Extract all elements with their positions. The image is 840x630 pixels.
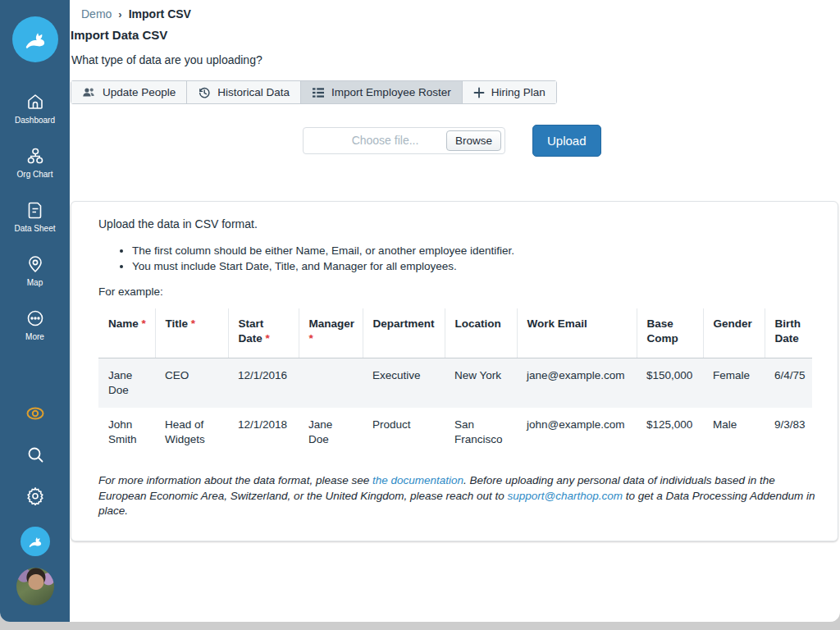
breadcrumb-parent[interactable]: Demo xyxy=(81,7,112,21)
list-item: The first column should be either Name, … xyxy=(132,243,810,258)
tab-historical-data[interactable]: Historical Data xyxy=(187,81,301,103)
table-row: Jane DoeCEO12/1/2016ExecutiveNew Yorkjan… xyxy=(98,358,812,409)
sidebar: Dashboard Org Chart Data Sheet xyxy=(0,0,70,622)
column-header-name: Name * xyxy=(98,308,155,358)
table-cell xyxy=(299,358,363,409)
required-asterisk: * xyxy=(309,332,313,345)
search-button[interactable] xyxy=(25,445,45,468)
user-avatar[interactable] xyxy=(16,568,54,605)
column-header-title: Title * xyxy=(155,308,228,358)
tab-import-employee-roster[interactable]: Import Employee Roster xyxy=(301,81,463,103)
eye-icon xyxy=(25,404,46,423)
documentation-link[interactable]: the documentation xyxy=(372,474,463,486)
table-cell: john@example.com xyxy=(517,408,637,457)
column-header-gender: Gender xyxy=(703,308,765,358)
sidebar-item-label: Org Chart xyxy=(17,170,53,179)
column-header-work-email: Work Email xyxy=(517,308,637,358)
table-cell: $150,000 xyxy=(637,358,703,409)
history-icon xyxy=(198,86,211,99)
table-row: John SmithHead of Widgets12/1/2018Jane D… xyxy=(98,408,812,457)
sidebar-item-data-sheet[interactable]: Data Sheet xyxy=(0,200,70,233)
table-cell: 12/1/2016 xyxy=(228,358,299,409)
table-cell: New York xyxy=(445,358,517,409)
app-window: Dashboard Org Chart Data Sheet xyxy=(0,0,840,622)
tab-label: Update People xyxy=(103,86,176,98)
breadcrumb-separator-icon: › xyxy=(118,8,121,21)
table-cell: Executive xyxy=(363,358,445,409)
column-header-location: Location xyxy=(445,308,517,358)
upload-button[interactable]: Upload xyxy=(532,125,601,157)
tab-update-people[interactable]: Update People xyxy=(71,81,187,103)
table-cell: Jane Doe xyxy=(299,408,363,457)
sidebar-nav: Dashboard Org Chart Data Sheet xyxy=(0,92,70,363)
column-header-manager: Manager * xyxy=(299,308,363,358)
breadcrumb: Demo › Import CSV xyxy=(70,0,840,21)
sidebar-item-label: Dashboard xyxy=(15,116,55,125)
tab-label: Hiring Plan xyxy=(491,86,546,98)
table-header-row: Name *Title *Start Date *Manager *Depart… xyxy=(98,308,812,358)
column-header-birth-date: Birth Date xyxy=(765,308,812,358)
support-email-link[interactable]: support@charthop.com xyxy=(508,490,623,502)
table-body: Jane DoeCEO12/1/2016ExecutiveNew Yorkjan… xyxy=(98,358,812,458)
data-type-tabbar: Update People Historical Data xyxy=(71,80,557,104)
charthop-home-button[interactable] xyxy=(21,527,50,556)
sidebar-item-org-chart[interactable]: Org Chart xyxy=(0,146,70,179)
required-asterisk: * xyxy=(188,317,195,330)
people-icon xyxy=(82,86,96,98)
table-cell: 9/3/83 xyxy=(765,408,812,457)
charthop-logo[interactable] xyxy=(12,16,58,62)
table-cell: Head of Widgets xyxy=(155,408,228,457)
column-header-department: Department xyxy=(363,308,445,358)
page-title: Import Data CSV xyxy=(71,28,840,42)
sidebar-item-label: More xyxy=(25,332,44,341)
charthop-logo-rabbit-icon xyxy=(21,25,49,53)
csv-instructions-card: Upload the data in CSV format. The first… xyxy=(71,201,838,541)
settings-button[interactable] xyxy=(25,486,45,509)
footnote-text: For more information about the data form… xyxy=(98,474,372,486)
sidebar-item-dashboard[interactable]: Dashboard xyxy=(0,92,70,125)
tab-label: Historical Data xyxy=(217,86,290,98)
list-item: You must include Start Date, Title, and … xyxy=(132,258,810,274)
list-icon xyxy=(312,87,325,98)
sidebar-item-more[interactable]: More xyxy=(0,308,70,341)
sidebar-footer xyxy=(16,404,54,622)
search-icon xyxy=(25,445,45,464)
table-cell: 12/1/2018 xyxy=(228,408,299,457)
required-asterisk: * xyxy=(262,332,270,345)
plus-icon xyxy=(473,87,485,98)
data-format-footnote: For more information about the data form… xyxy=(98,473,820,519)
browse-button[interactable]: Browse xyxy=(446,130,501,151)
table-cell: CEO xyxy=(155,358,228,409)
file-input[interactable]: Choose file... Browse xyxy=(303,127,505,154)
csv-requirements-list: The first column should be either Name, … xyxy=(98,243,810,274)
required-asterisk: * xyxy=(139,317,146,330)
table-cell: Male xyxy=(703,408,765,457)
card-intro-text: Upload the data in CSV format. xyxy=(98,217,810,231)
tab-hiring-plan[interactable]: Hiring Plan xyxy=(463,81,556,103)
charthop-logo-rabbit-icon xyxy=(26,532,44,550)
tab-label: Import Employee Roster xyxy=(331,86,451,98)
table-cell: 6/4/75 xyxy=(765,358,812,409)
map-pin-icon xyxy=(25,254,45,274)
data-sheet-icon xyxy=(25,200,45,220)
table-cell: jane@example.com xyxy=(517,358,637,409)
table-cell: San Francisco xyxy=(445,408,517,457)
example-table: Name *Title *Start Date *Manager *Depart… xyxy=(98,308,812,457)
column-header-base-comp: Base Comp xyxy=(637,308,703,358)
column-header-start-date: Start Date * xyxy=(228,308,299,358)
sidebar-item-label: Data Sheet xyxy=(14,224,55,233)
more-icon xyxy=(25,308,45,328)
main-content: Demo › Import CSV Import Data CSV What t… xyxy=(70,0,840,622)
table-cell: Product xyxy=(363,408,445,457)
table-cell: Jane Doe xyxy=(98,358,155,409)
sidebar-item-map[interactable]: Map xyxy=(0,254,70,287)
breadcrumb-current: Import CSV xyxy=(129,7,191,21)
table-cell: $125,000 xyxy=(637,408,703,457)
upload-question-label: What type of data are you uploading? xyxy=(71,53,840,66)
upload-row: Choose file... Browse Upload xyxy=(70,122,840,158)
org-chart-icon xyxy=(25,146,45,166)
view-mode-button[interactable] xyxy=(25,404,46,427)
sidebar-item-label: Map xyxy=(27,278,43,287)
table-cell: John Smith xyxy=(98,408,155,457)
table-cell: Female xyxy=(703,358,765,409)
